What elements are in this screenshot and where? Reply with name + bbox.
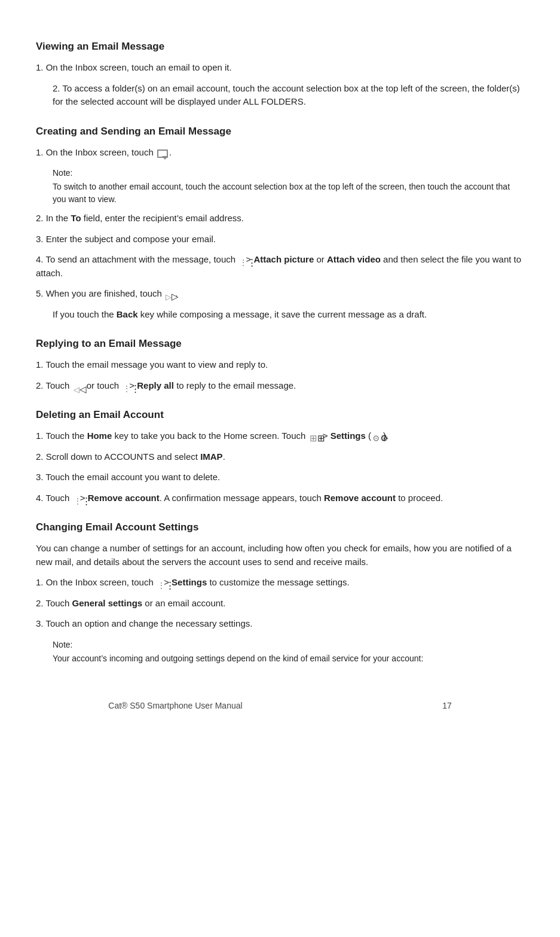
compose-icon	[157, 149, 168, 157]
dots-icon-3: ⋮	[74, 495, 76, 503]
creating-item-5-prefix: 5. When you are finished, touch	[36, 288, 164, 298]
deleting-item-4-suffix: to proceed.	[396, 493, 443, 503]
section-deleting: Deleting an Email Account 1. Touch the H…	[36, 409, 524, 505]
replying-item-2-prefix: 2. Touch	[36, 380, 72, 390]
deleting-item-1-suffix2: ).	[383, 431, 388, 441]
creating-item-4-middle2: or	[314, 254, 327, 264]
creating-item-5-note: If you touch the Back key while composin…	[53, 308, 524, 322]
dots-icon-2: ⋮	[123, 382, 126, 390]
attach-picture-bold: Attach picture	[253, 254, 314, 264]
viewing-item-2: 2. To access a folder(s) on an email acc…	[36, 82, 524, 109]
remove-account-bold-2: Remove account	[324, 493, 396, 503]
deleting-item-1: 1. Touch the Home key to take you back t…	[36, 429, 524, 443]
replying-item-1: 1. Touch the email message you want to v…	[36, 358, 524, 372]
dots-icon-1: ⋮	[239, 256, 242, 264]
deleting-item-4-prefix: 4. Touch	[36, 493, 72, 503]
remove-account-bold-1: Remove account	[88, 493, 160, 503]
creating-item-1-suffix: .	[169, 147, 172, 157]
attach-video-bold: Attach video	[327, 254, 381, 264]
back-key-bold: Back	[117, 309, 138, 319]
changing-item-2: 2. Touch General settings or an email ac…	[36, 597, 524, 611]
section-viewing: Viewing an Email Message 1. On the Inbox…	[36, 41, 524, 109]
footer-text: Cat® S50 Smartphone User Manual	[108, 701, 242, 710]
changing-intro: You can change a number of settings for …	[36, 542, 524, 569]
deleting-item-1-suffix: (	[366, 431, 371, 441]
section-title-viewing: Viewing an Email Message	[36, 41, 524, 53]
gear-icon: ⚙	[372, 432, 382, 441]
section-creating: Creating and Sending an Email Message 1.…	[36, 126, 524, 322]
creating-item-4-prefix: 4. To send an attachment with the messag…	[36, 254, 238, 264]
changing-item-1-suffix: to customize the message settings.	[207, 577, 349, 587]
creating-item-1-note-text: To switch to another email account, touc…	[53, 181, 524, 206]
general-settings-bold: General settings	[72, 598, 143, 608]
creating-item-3: 3. Enter the subject and compose your em…	[36, 233, 524, 246]
creating-item-5-suffix: .	[175, 288, 178, 298]
viewing-item-1: 1. On the Inbox screen, touch an email t…	[36, 61, 524, 75]
creating-item-2-prefix: 2. In the	[36, 213, 71, 223]
to-field-bold: To	[71, 213, 81, 223]
section-title-creating: Creating and Sending an Email Message	[36, 126, 524, 138]
creating-item-4: 4. To send an attachment with the messag…	[36, 253, 524, 280]
section-title-changing: Changing Email Account Settings	[36, 521, 524, 533]
deleting-item-3: 3. Touch the email account you want to d…	[36, 471, 524, 484]
section-title-replying: Replying to an Email Message	[36, 338, 524, 350]
creating-item-2: 2. In the To field, enter the recipient’…	[36, 212, 524, 225]
deleting-item-1-prefix: 1. Touch the	[36, 431, 87, 441]
page-number: 17	[442, 701, 452, 710]
replying-item-2: 2. Touch ◁ or touch ⋮ > Reply all to rep…	[36, 379, 524, 393]
settings-bold-2: Settings	[172, 577, 207, 587]
changing-item-1-prefix: 1. On the Inbox screen, touch	[36, 577, 156, 587]
creating-item-1-note-label: Note:	[53, 166, 524, 179]
section-title-deleting: Deleting an Email Account	[36, 409, 524, 421]
changing-note-text: Your account’s incoming and outgoing set…	[53, 652, 524, 665]
section-changing: Changing Email Account Settings You can …	[36, 521, 524, 665]
creating-item-1-prefix: 1. On the Inbox screen, touch	[36, 147, 156, 157]
imap-bold: IMAP	[200, 451, 223, 462]
deleting-item-2-prefix: 2. Scroll down to ACCOUNTS and select	[36, 451, 200, 462]
deleting-item-4: 4. Touch ⋮ > Remove account. A confirmat…	[36, 492, 524, 505]
changing-item-1: 1. On the Inbox screen, touch ⋮ > Settin…	[36, 576, 524, 590]
creating-item-1: 1. On the Inbox screen, touch .	[36, 146, 524, 160]
section-replying: Replying to an Email Message 1. Touch th…	[36, 338, 524, 392]
replying-item-2-suffix: to reply to the email message.	[174, 380, 296, 390]
changing-item-2-prefix: 2. Touch	[36, 598, 72, 608]
page-footer: Cat® S50 Smartphone User Manual 17	[36, 701, 524, 710]
deleting-item-2: 2. Scroll down to ACCOUNTS and select IM…	[36, 450, 524, 464]
deleting-item-4-middle2: . A confirmation message appears, touch	[160, 493, 324, 503]
creating-item-5-note-after: key while composing a message, it save t…	[138, 309, 427, 319]
reply-icon: ◁	[74, 383, 83, 390]
send-icon: ▷	[166, 290, 174, 298]
home-bold: Home	[87, 431, 112, 441]
deleting-item-1-middle: key to take you back to the Home screen.…	[112, 431, 308, 441]
creating-item-5-note-before: If you touch the	[53, 309, 117, 319]
changing-item-3: 3. Touch an option and change the necess…	[36, 617, 524, 631]
creating-item-2-suffix: field, enter the recipient’s email addre…	[81, 213, 244, 223]
deleting-item-1-middle2: >	[320, 431, 331, 441]
changing-item-2-suffix: or an email account.	[142, 598, 225, 608]
reply-all-bold: Reply all	[137, 380, 174, 390]
grid-icon: ⊞	[310, 432, 319, 441]
settings-bold-1: Settings	[331, 431, 366, 441]
deleting-item-2-suffix: .	[223, 451, 225, 462]
replying-item-2-middle1: or touch	[84, 380, 122, 390]
creating-item-5: 5. When you are finished, touch ▷.	[36, 287, 524, 301]
dots-icon-4: ⋮	[157, 579, 160, 587]
changing-note-label: Note:	[53, 638, 524, 651]
